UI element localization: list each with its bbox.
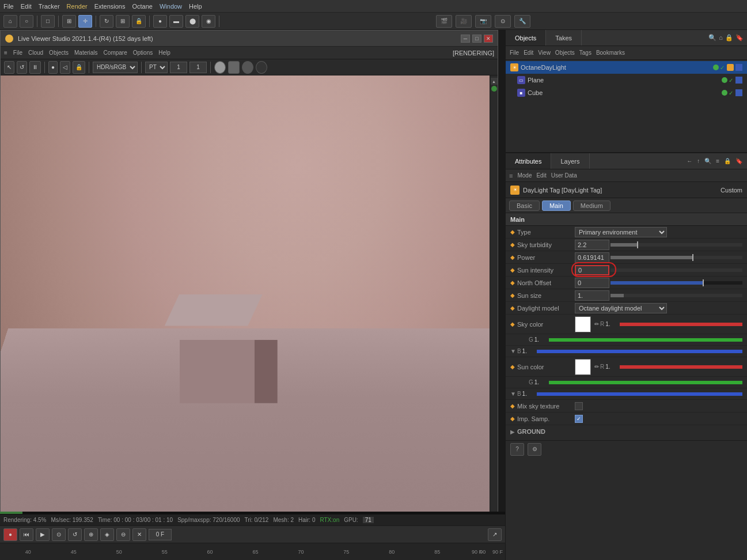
- obj-tb-tags[interactable]: Tags: [578, 50, 593, 56]
- cube-vis-dot[interactable]: [722, 90, 727, 96]
- tool-square[interactable]: □: [41, 15, 55, 28]
- attr-search-icon[interactable]: 🔍: [703, 158, 712, 164]
- attr-bookmark-icon[interactable]: 🔖: [734, 158, 744, 164]
- attr-filter-icon[interactable]: ≡: [715, 158, 721, 164]
- menu-octane[interactable]: Octane: [132, 3, 152, 10]
- sec-tab-medium[interactable]: Medium: [573, 200, 611, 211]
- sun-intensity-slider[interactable]: [611, 268, 742, 272]
- render-field-2[interactable]: [189, 62, 207, 73]
- obj-tb-objects[interactable]: Objects: [553, 50, 577, 56]
- obj-tag-blue[interactable]: [735, 64, 742, 71]
- tool-b3[interactable]: ⬤: [185, 15, 199, 28]
- tool-center-4[interactable]: ⊙: [495, 15, 511, 28]
- close-button[interactable]: ✕: [484, 35, 493, 43]
- tl-icon5[interactable]: ⊖: [116, 528, 130, 541]
- sec-tab-main[interactable]: Main: [542, 200, 571, 211]
- tl-icon2[interactable]: ↺: [68, 528, 82, 541]
- vt-lock[interactable]: 🔒: [73, 61, 85, 74]
- obj-item-octane-daylight[interactable]: ☀ OctaneDayLight ✓: [506, 61, 747, 74]
- menu-window[interactable]: Window: [160, 3, 182, 10]
- plane-tag-blue[interactable]: [735, 77, 742, 84]
- tl-icon3[interactable]: ⊕: [84, 528, 98, 541]
- tl-frame-input[interactable]: [149, 529, 172, 540]
- obj-item-cube[interactable]: ■ Cube ✓: [506, 86, 747, 99]
- minimize-button[interactable]: ─: [461, 35, 470, 43]
- sun-b-arrow[interactable]: ▼: [510, 391, 516, 397]
- vt-prev[interactable]: ◁: [60, 61, 70, 74]
- tool-b4[interactable]: ◉: [202, 15, 215, 28]
- sky-g-slider[interactable]: [549, 338, 742, 342]
- viewport-canvas[interactable]: ▲: [1, 75, 498, 531]
- side-tool-green[interactable]: [491, 86, 497, 92]
- render-field-1[interactable]: [170, 62, 187, 73]
- sky-b-slider[interactable]: [537, 350, 742, 353]
- obj-tb-edit[interactable]: Edit: [522, 50, 535, 56]
- tl-icon4[interactable]: ◈: [100, 528, 114, 541]
- imp-samp-checkbox[interactable]: ✓: [575, 415, 583, 423]
- tool-lock[interactable]: 🔒: [132, 15, 146, 28]
- north-offset-slider[interactable]: [611, 281, 742, 285]
- sky-color-edit-icon[interactable]: ✏: [594, 321, 599, 327]
- tab-takes[interactable]: Takes: [546, 30, 582, 46]
- attr-edit-btn[interactable]: Edit: [536, 172, 546, 179]
- obj-tb-file[interactable]: File: [508, 50, 521, 56]
- vt-gray3[interactable]: [242, 61, 253, 74]
- sun-size-slider[interactable]: [611, 294, 742, 297]
- tool-center-3[interactable]: 📷: [475, 15, 491, 28]
- tool-b1[interactable]: ●: [153, 15, 167, 28]
- panel-home-icon[interactable]: ⌂: [719, 34, 723, 41]
- viewport-color-select[interactable]: HDR/sRGB: [93, 62, 138, 73]
- tool-center-2[interactable]: 🎥: [456, 15, 472, 28]
- attr-up-icon[interactable]: ↑: [696, 158, 701, 164]
- render-mode-select[interactable]: PT: [145, 62, 168, 73]
- plane-vis-dot[interactable]: [722, 77, 727, 83]
- type-dropdown[interactable]: Primary environment: [575, 227, 667, 237]
- tl-zoom[interactable]: ↗: [488, 528, 502, 541]
- side-tool-1[interactable]: ▲: [491, 78, 498, 85]
- obj-tag-orange[interactable]: [727, 64, 734, 71]
- menu-tracker[interactable]: Tracker: [39, 3, 60, 10]
- tool-arrows[interactable]: ↻: [100, 15, 113, 28]
- tl-record[interactable]: ●: [3, 528, 17, 541]
- tool-center-1[interactable]: 🎬: [436, 15, 452, 28]
- help-btn[interactable]: ?: [510, 443, 524, 456]
- power-input[interactable]: [575, 252, 609, 263]
- vt-gray2[interactable]: [228, 61, 240, 74]
- sec-tab-basic[interactable]: Basic: [509, 200, 540, 211]
- obj-item-plane[interactable]: ▭ Plane ✓: [506, 74, 747, 86]
- sky-color-swatch[interactable]: [575, 316, 591, 332]
- tab-attributes[interactable]: Attributes: [506, 153, 551, 169]
- attr-back-icon[interactable]: ←: [685, 158, 693, 164]
- vm-objects[interactable]: Objects: [49, 50, 69, 56]
- menu-extensions[interactable]: Extensions: [94, 3, 126, 10]
- type-value[interactable]: Primary environment: [575, 227, 742, 237]
- attr-lock-icon[interactable]: 🔒: [723, 158, 732, 164]
- vt-gray4[interactable]: [256, 61, 267, 74]
- north-offset-input[interactable]: [575, 278, 609, 288]
- sky-r-slider[interactable]: [620, 323, 742, 326]
- vm-options[interactable]: Options: [133, 50, 153, 56]
- menu-help[interactable]: Help: [189, 3, 202, 10]
- settings-btn[interactable]: ⚙: [528, 443, 541, 456]
- obj-tb-view[interactable]: View: [536, 50, 552, 56]
- tl-play-fwd[interactable]: ▶: [36, 528, 50, 541]
- tool-plus[interactable]: ⊞: [62, 15, 76, 28]
- tool-cross[interactable]: ✛: [78, 15, 92, 28]
- tl-icon1[interactable]: ⊙: [52, 528, 66, 541]
- daylight-model-value[interactable]: Octane daylight model: [575, 303, 742, 313]
- tl-icon6[interactable]: ✕: [132, 528, 146, 541]
- vm-compare[interactable]: Compare: [104, 50, 127, 56]
- vt-rec[interactable]: ●: [48, 61, 58, 74]
- sky-turbidity-input[interactable]: [575, 240, 609, 250]
- vm-help[interactable]: Help: [158, 50, 170, 56]
- ground-row[interactable]: ▶ GROUND: [506, 425, 747, 438]
- power-slider[interactable]: [611, 256, 742, 259]
- tool-circle[interactable]: ○: [20, 15, 33, 28]
- timeline-ruler[interactable]: 40 45 50 55 60 65 70 75 80 85 90 90 F 90…: [0, 543, 505, 560]
- sun-g-slider[interactable]: [549, 381, 742, 384]
- menu-edit[interactable]: Edit: [21, 3, 32, 10]
- vt-cursor[interactable]: ↖: [4, 61, 14, 74]
- maximize-button[interactable]: □: [472, 35, 481, 43]
- cube-tag-blue[interactable]: [735, 89, 742, 96]
- vt-rotate[interactable]: ↺: [17, 61, 27, 74]
